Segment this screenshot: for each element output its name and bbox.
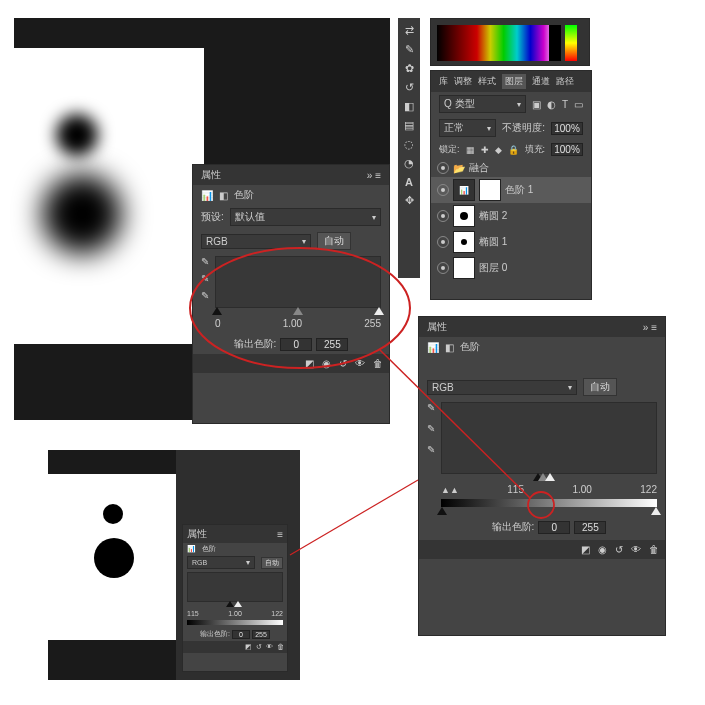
history-brush-icon[interactable]: ↺	[405, 81, 414, 94]
in-black[interactable]: 0	[215, 318, 221, 329]
output-gradient[interactable]	[441, 499, 657, 507]
out-black[interactable]: 0	[280, 338, 312, 351]
tab-style[interactable]: 样式	[478, 75, 496, 88]
output-gradient[interactable]	[187, 620, 283, 625]
filter-shape-icon[interactable]: ▭	[574, 99, 583, 110]
clip-icon[interactable]: ◩	[581, 544, 590, 555]
dodge-icon[interactable]: ◔	[404, 157, 414, 170]
visibility-icon[interactable]	[437, 236, 449, 248]
canvas-bottom-footer	[48, 640, 176, 680]
filter-adj-icon[interactable]: ◐	[547, 99, 556, 110]
trash-icon[interactable]: 🗑	[649, 544, 659, 555]
out-black[interactable]: 0	[538, 521, 570, 534]
clip-icon[interactable]: ◩	[305, 358, 314, 369]
layer-kind-select[interactable]: Q 类型	[439, 95, 526, 113]
lock-pos-icon[interactable]: ✚	[481, 145, 489, 155]
soft-dot-small	[56, 114, 98, 156]
in-black[interactable]: 115	[187, 610, 199, 617]
visibility-icon[interactable]	[437, 162, 449, 174]
channel-select[interactable]: RGB	[187, 556, 255, 569]
eyedropper-white-icon[interactable]: ✎	[427, 444, 435, 455]
visibility-icon[interactable]: 👁	[631, 544, 641, 555]
eyedropper-gray-icon[interactable]: ✎	[201, 273, 209, 284]
eraser-icon[interactable]: ◧	[404, 100, 414, 113]
tab-lib[interactable]: 库	[439, 75, 448, 88]
out-white[interactable]: 255	[252, 630, 270, 639]
lock-all-icon[interactable]: ▦	[466, 145, 475, 155]
layer-levels[interactable]: 📊 色阶 1	[431, 177, 591, 203]
channel-select[interactable]: RGB	[201, 234, 311, 249]
tab-adjust[interactable]: 调整	[454, 75, 472, 88]
filter-pixel-icon[interactable]: ▣	[532, 99, 541, 110]
filter-type-icon[interactable]: T	[562, 99, 568, 110]
collapse-icon[interactable]: »	[643, 322, 649, 333]
layer-bg[interactable]: 图层 0	[431, 255, 591, 281]
in-black[interactable]: 115	[507, 484, 524, 495]
auto-button[interactable]: 自动	[317, 232, 351, 250]
output-label: 输出色阶:	[200, 629, 230, 639]
fill-value[interactable]: 100%	[551, 143, 583, 156]
visibility-icon[interactable]: 👁	[266, 643, 273, 651]
tab-layers[interactable]: 图层	[502, 74, 526, 89]
type-icon[interactable]: A	[405, 176, 413, 188]
eyedropper-black-icon[interactable]: ✎	[201, 256, 209, 267]
reset-icon[interactable]: ↺	[615, 544, 623, 555]
adjustment-name: 色阶	[234, 188, 254, 202]
out-white[interactable]: 255	[574, 521, 606, 534]
view-prev-icon[interactable]: ◉	[598, 544, 607, 555]
layer-group[interactable]: 📂 融合	[431, 159, 591, 177]
swap-icon[interactable]: ⇄	[405, 24, 414, 37]
visibility-icon[interactable]	[437, 210, 449, 222]
color-picker[interactable]	[430, 18, 590, 66]
out-white[interactable]: 255	[316, 338, 348, 351]
in-gamma[interactable]: 1.00	[283, 318, 302, 329]
blur-icon[interactable]: ◌	[404, 138, 414, 151]
view-prev-icon[interactable]: ◉	[322, 358, 331, 369]
menu-icon[interactable]: ≡	[375, 170, 381, 181]
histogram[interactable]	[187, 572, 283, 602]
auto-button[interactable]: 自动	[583, 378, 617, 396]
panel-title: 属性	[187, 527, 207, 541]
trash-icon[interactable]: 🗑	[277, 643, 284, 651]
menu-icon[interactable]: ≡	[651, 322, 657, 333]
trash-icon[interactable]: 🗑	[373, 358, 383, 369]
visibility-icon[interactable]	[437, 262, 449, 274]
visibility-icon[interactable]: 👁	[355, 358, 365, 369]
tab-paths[interactable]: 路径	[556, 75, 574, 88]
in-gamma[interactable]: 1.00	[228, 610, 242, 617]
lock-pixel-icon[interactable]: ◆	[495, 145, 502, 155]
gradient-icon[interactable]: ▤	[404, 119, 414, 132]
in-gamma[interactable]: 1.00	[572, 484, 591, 495]
collapse-icon[interactable]: »	[367, 170, 373, 181]
eyedropper-gray-icon[interactable]: ✎	[427, 423, 435, 434]
eyedropper-black-icon[interactable]: ✎	[427, 402, 435, 413]
in-white[interactable]: 122	[271, 610, 283, 617]
brush-icon[interactable]: ✎	[405, 43, 414, 56]
in-white[interactable]: 255	[364, 318, 381, 329]
move-icon[interactable]: ✥	[405, 194, 414, 207]
visibility-icon[interactable]	[437, 184, 449, 196]
histogram[interactable]	[441, 402, 657, 474]
auto-button[interactable]: 自动	[261, 557, 283, 569]
blend-mode-select[interactable]: 正常	[439, 119, 496, 137]
tab-channels[interactable]: 通道	[532, 75, 550, 88]
channel-select[interactable]: RGB	[427, 380, 577, 395]
layer-ellipse2[interactable]: 椭圆 2	[431, 203, 591, 229]
preset-select[interactable]: 默认值	[230, 208, 381, 226]
in-white[interactable]: 122	[640, 484, 657, 495]
canvas-top-rightblock	[204, 48, 390, 164]
lock-lock-icon[interactable]: 🔒	[508, 145, 519, 155]
clip-icon[interactable]: ◩	[245, 643, 252, 651]
reset-icon[interactable]: ↺	[339, 358, 347, 369]
properties-panel-2: 属性 » ≡ 📊 ◧ 色阶 RGB 自动 ✎ ✎ ✎ ▲▲ 115 1.00 1…	[418, 316, 666, 636]
eyedropper-white-icon[interactable]: ✎	[201, 290, 209, 301]
histogram[interactable]	[215, 256, 381, 308]
folder-icon[interactable]: 📂	[453, 163, 465, 174]
layer-ellipse1[interactable]: 椭圆 1	[431, 229, 591, 255]
stamp-icon[interactable]: ✿	[405, 62, 414, 75]
wa-icon[interactable]: ▲▲	[441, 485, 459, 495]
out-black[interactable]: 0	[232, 630, 250, 639]
menu-icon[interactable]: ≡	[277, 529, 283, 540]
opacity-value[interactable]: 100%	[551, 122, 583, 135]
reset-icon[interactable]: ↺	[256, 643, 262, 651]
